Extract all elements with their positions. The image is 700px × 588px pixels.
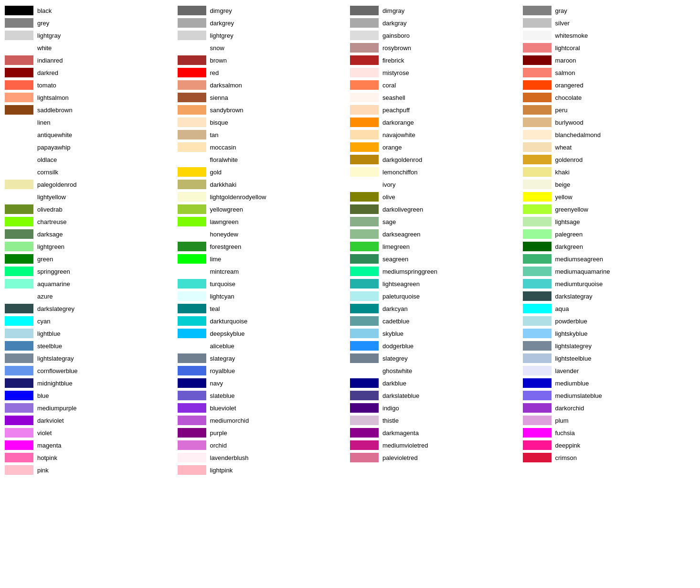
color-name: bisque	[210, 119, 228, 126]
color-swatch	[350, 43, 379, 53]
color-name: dimgrey	[210, 7, 232, 14]
color-swatch	[350, 93, 379, 102]
color-swatch	[350, 204, 379, 214]
color-name: mediumvioletred	[382, 442, 428, 449]
color-row: khaki	[523, 166, 696, 178]
color-swatch	[178, 453, 206, 462]
color-name: blue	[37, 392, 49, 399]
color-row: thistle	[350, 415, 523, 426]
color-swatch	[5, 316, 33, 326]
color-swatch	[350, 167, 379, 177]
color-row: dimgray	[350, 5, 523, 16]
color-row: powderblue	[523, 315, 696, 327]
color-swatch	[523, 440, 552, 450]
color-swatch	[178, 279, 206, 289]
color-swatch	[5, 204, 33, 214]
color-swatch	[523, 18, 552, 28]
color-swatch	[350, 31, 379, 40]
color-row: darkorange	[350, 117, 523, 128]
color-row: moccasin	[178, 141, 350, 153]
color-swatch	[350, 416, 379, 425]
color-name: peru	[555, 107, 568, 114]
color-swatch	[523, 142, 552, 152]
color-name: lightblue	[37, 330, 60, 337]
color-swatch	[178, 130, 206, 139]
color-row: pink	[5, 464, 178, 476]
color-name: cornflowerblue	[37, 367, 78, 374]
color-swatch	[5, 453, 33, 462]
color-name: maroon	[555, 57, 576, 64]
color-name: darkgrey	[210, 20, 234, 27]
color-name: lightyellow	[37, 193, 66, 201]
color-swatch	[523, 378, 552, 388]
color-row: antiquewhite	[5, 129, 178, 140]
color-row: slategrey	[350, 353, 523, 364]
color-swatch	[5, 341, 33, 351]
color-name: sandybrown	[210, 107, 244, 114]
color-name: gray	[555, 7, 567, 14]
color-row: beige	[523, 179, 696, 190]
color-name: red	[210, 69, 219, 76]
color-name: lavender	[555, 367, 579, 374]
color-swatch-empty	[350, 180, 379, 189]
color-name: mintcream	[210, 268, 239, 275]
color-row: red	[178, 67, 350, 78]
color-row: oldlace	[5, 154, 178, 165]
color-swatch	[178, 391, 206, 400]
color-name: lightgrey	[210, 32, 233, 39]
color-swatch	[350, 267, 379, 276]
color-name: wheat	[555, 144, 572, 151]
color-row: lightpink	[178, 464, 350, 476]
color-row: mediumspringgreen	[350, 266, 523, 277]
color-name: darksage	[37, 231, 63, 238]
color-swatch-empty	[5, 155, 33, 164]
color-swatch	[350, 68, 379, 77]
color-swatch	[5, 93, 33, 102]
color-row: lightsteelblue	[523, 353, 696, 364]
color-row: limegreen	[350, 241, 523, 252]
color-name: darkred	[37, 69, 58, 76]
color-swatch	[178, 378, 206, 388]
color-swatch	[350, 6, 379, 15]
color-row: darkolivegreen	[350, 203, 523, 215]
color-swatch-empty	[5, 130, 33, 139]
color-row: blueviolet	[178, 402, 350, 414]
color-swatch	[5, 416, 33, 425]
color-swatch	[178, 192, 206, 202]
color-name: grey	[37, 20, 49, 27]
color-swatch	[523, 416, 552, 425]
color-name: olivedrab	[37, 206, 63, 213]
color-swatch	[350, 55, 379, 65]
color-row: yellowgreen	[178, 203, 350, 215]
color-swatch	[350, 440, 379, 450]
color-name: lime	[210, 256, 222, 263]
color-row: olivedrab	[5, 203, 178, 215]
color-row: orchid	[178, 439, 350, 451]
color-name: beige	[555, 181, 571, 188]
color-swatch-empty	[5, 142, 33, 152]
color-row: turquoise	[178, 278, 350, 289]
color-row: dodgerblue	[350, 340, 523, 352]
color-name: violet	[37, 429, 52, 437]
color-swatch	[350, 229, 379, 239]
color-grid: blackgreylightgraywhiteindianreddarkredt…	[5, 5, 695, 476]
color-swatch	[350, 316, 379, 326]
color-swatch	[523, 6, 552, 15]
color-swatch-empty	[5, 291, 33, 301]
color-swatch	[178, 68, 206, 77]
color-swatch	[178, 167, 206, 177]
color-name: darkslategrey	[37, 305, 74, 312]
color-row: lightyellow	[5, 191, 178, 203]
color-swatch	[178, 304, 206, 313]
color-row: lightskyblue	[523, 328, 696, 339]
color-name: darkslategray	[555, 293, 593, 300]
color-row: lightgoldenrodyellow	[178, 191, 350, 203]
color-swatch	[523, 217, 552, 226]
color-row: springgreen	[5, 266, 178, 277]
color-swatch	[5, 428, 33, 438]
color-swatch	[350, 329, 379, 338]
color-swatch-empty	[5, 43, 33, 53]
color-row: lightslategrey	[523, 340, 696, 352]
color-row: lightgreen	[5, 241, 178, 252]
color-row: seagreen	[350, 253, 523, 265]
